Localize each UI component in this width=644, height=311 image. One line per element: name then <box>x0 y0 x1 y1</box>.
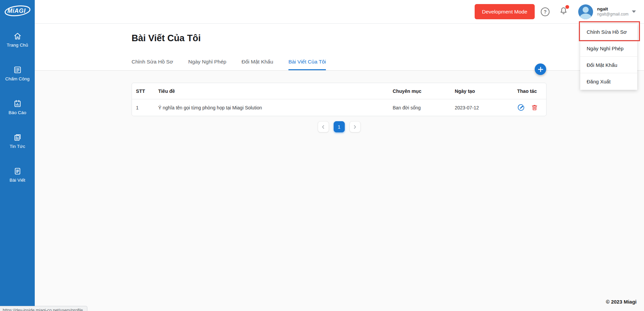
edit-icon <box>517 104 525 111</box>
avatar-person-icon <box>583 7 589 13</box>
menu-item-leave-days[interactable]: Ngày Nghỉ Phép <box>580 40 637 57</box>
sidebar-item-label: Chấm Công <box>5 76 29 81</box>
page-1-button[interactable]: 1 <box>334 121 345 132</box>
user-email: ngalt@gmail.com <box>597 12 628 17</box>
sidebar-item-articles[interactable]: Bài Viết <box>0 167 35 183</box>
chevron-left-icon <box>321 125 326 129</box>
menu-item-logout[interactable]: Đăng Xuất <box>580 73 637 90</box>
tab-edit-profile[interactable]: Chỉnh Sửa Hồ Sơ <box>132 59 173 70</box>
page-head: Bài Viết Của Tôi Chỉnh Sửa Hồ Sơ Ngày Ng… <box>35 24 644 71</box>
help-glyph: ? <box>544 9 547 15</box>
articles-table: STT Tiêu đề Chuyên mục Ngày tạo Thao tác… <box>132 83 547 116</box>
notifications-button[interactable] <box>559 6 568 17</box>
miagi-logo[interactable]: MiAGI <box>0 0 35 19</box>
cell-category: Ban đời sống <box>393 105 455 110</box>
help-icon[interactable]: ? <box>541 7 550 16</box>
edit-button[interactable] <box>517 104 525 111</box>
user-info: ngalt ngalt@gmail.com <box>597 6 628 17</box>
column-header-actions: Thao tác <box>517 88 546 94</box>
tab-my-articles[interactable]: Bài Viết Của Tôi <box>288 59 326 70</box>
column-header-created: Ngày tạo <box>455 88 517 94</box>
avatar[interactable] <box>578 4 593 19</box>
table-header-row: STT Tiêu đề Chuyên mục Ngày tạo Thao tác <box>132 83 546 99</box>
timesheet-icon <box>13 66 22 74</box>
sidebar-item-label: Trang Chủ <box>7 43 28 48</box>
sidebar-item-report[interactable]: Báo Cáo <box>0 99 35 115</box>
tab-change-password[interactable]: Đổi Mật Khẩu <box>242 59 273 70</box>
sidebar-item-home[interactable]: Trang Chủ <box>0 32 35 48</box>
miagi-logo-text: MiAGI <box>7 7 25 14</box>
user-name: ngalt <box>597 6 628 12</box>
profile-tabs: Chỉnh Sửa Hồ Sơ Ngày Nghỉ Phép Đổi Mật K… <box>132 59 326 70</box>
menu-item-change-password[interactable]: Đổi Mật Khẩu <box>580 57 637 73</box>
delete-button[interactable] <box>531 104 538 111</box>
notification-badge <box>565 5 569 9</box>
page-title: Bài Viết Của Tôi <box>132 33 201 44</box>
development-mode-button[interactable]: Development Mode <box>475 4 535 19</box>
sidebar-item-label: Báo Cáo <box>8 110 26 115</box>
sidebar-item-timesheet[interactable]: Chấm Công <box>0 66 35 81</box>
chevron-down-icon[interactable] <box>632 10 636 13</box>
add-article-button[interactable] <box>535 63 546 75</box>
article-icon <box>13 167 22 176</box>
sidebar: MiAGI Trang Chủ Chấm Công <box>0 0 35 311</box>
sidebar-item-news[interactable]: Tin Tức <box>0 133 35 149</box>
column-header-title: Tiêu đề <box>158 88 393 94</box>
home-icon <box>13 32 22 41</box>
sidebar-item-label: Tin Tức <box>10 144 25 149</box>
miagi-logo-icon: MiAGI <box>3 3 32 19</box>
news-icon <box>13 133 22 142</box>
report-icon <box>13 99 22 108</box>
sidebar-item-label: Bài Viết <box>9 178 25 183</box>
plus-icon <box>538 67 543 72</box>
status-bar-url: https://dev-inside.miagi-co.net/users/pr… <box>0 306 87 311</box>
next-page-button[interactable] <box>349 121 361 132</box>
menu-item-edit-profile[interactable]: Chỉnh Sửa Hồ Sơ <box>580 24 637 40</box>
cell-stt: 1 <box>136 105 158 110</box>
cell-title: Ý nghĩa tên gọi từng phòng họp tại Miagi… <box>158 105 393 110</box>
column-header-category: Chuyên mục <box>393 88 455 94</box>
trash-icon <box>531 104 538 111</box>
copyright: © 2023 Miagi <box>606 299 637 305</box>
column-header-stt: STT <box>136 88 158 94</box>
pagination: 1 <box>132 121 547 132</box>
app-window: MiAGI Trang Chủ Chấm Công <box>0 0 644 311</box>
table-row: 1 Ý nghĩa tên gọi từng phòng họp tại Mia… <box>132 99 546 116</box>
cell-actions <box>517 104 546 111</box>
cell-created: 2023-07-12 <box>455 105 517 110</box>
top-header: Development Mode ? ngalt ngalt@gmail.com <box>35 0 644 24</box>
chevron-right-icon <box>353 125 357 129</box>
tab-leave-days[interactable]: Ngày Nghỉ Phép <box>188 59 226 70</box>
prev-page-button[interactable] <box>318 121 329 132</box>
user-dropdown-menu: Chỉnh Sửa Hồ Sơ Ngày Nghỉ Phép Đổi Mật K… <box>580 24 637 90</box>
